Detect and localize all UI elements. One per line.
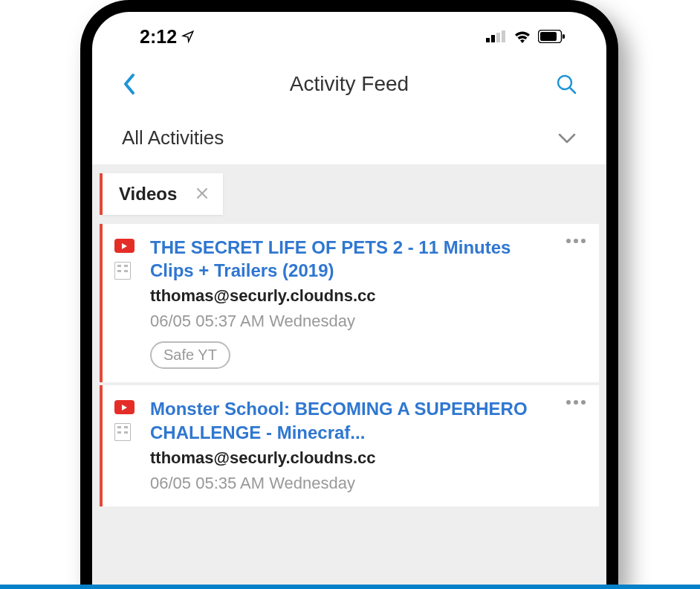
svg-rect-2 xyxy=(496,33,500,42)
more-button[interactable] xyxy=(566,400,586,405)
building-icon xyxy=(114,262,131,280)
feed-timestamp: 06/05 05:35 AM Wednesday xyxy=(150,474,556,493)
search-icon xyxy=(556,74,577,94)
more-button[interactable] xyxy=(566,239,586,243)
svg-line-8 xyxy=(570,88,575,93)
filter-dropdown[interactable]: All Activities xyxy=(92,115,606,164)
svg-rect-3 xyxy=(502,30,505,42)
svg-rect-6 xyxy=(563,34,565,39)
cellular-signal-icon xyxy=(486,30,507,42)
feed-tags: Safe YT xyxy=(150,341,556,369)
phone-screen: 2:12 xyxy=(92,12,606,589)
chip-label: Videos xyxy=(119,184,177,205)
status-time: 2:12 xyxy=(140,26,177,48)
filter-chip-videos[interactable]: Videos xyxy=(103,173,223,215)
chevron-down-icon xyxy=(557,132,577,144)
location-arrow-icon xyxy=(181,30,195,43)
feed-body: Monster School: BECOMING A SUPERHERO CHA… xyxy=(150,397,589,492)
chevron-left-icon xyxy=(122,72,137,96)
back-button[interactable] xyxy=(122,72,155,96)
feed-timestamp: 06/05 05:37 AM Wednesday xyxy=(150,312,556,331)
feed-body: THE SECRET LIFE OF PETS 2 - 11 Minutes C… xyxy=(150,236,589,369)
phone-frame: 2:12 xyxy=(80,0,618,589)
filter-label: All Activities xyxy=(122,126,224,149)
feed-title: Monster School: BECOMING A SUPERHERO CHA… xyxy=(150,397,556,443)
filter-chips: Videos xyxy=(100,173,599,224)
feed-email: tthomas@securly.cloudns.cc xyxy=(150,448,556,468)
svg-rect-1 xyxy=(491,35,495,42)
app-header: Activity Feed xyxy=(92,54,606,115)
feed-email: tthomas@securly.cloudns.cc xyxy=(150,286,556,306)
status-left: 2:12 xyxy=(140,26,195,48)
more-dots-icon xyxy=(566,239,571,243)
svg-rect-5 xyxy=(540,32,557,41)
chip-close-icon[interactable] xyxy=(196,184,208,204)
youtube-icon xyxy=(114,400,135,414)
feed-item[interactable]: THE SECRET LIFE OF PETS 2 - 11 Minutes C… xyxy=(100,224,599,382)
status-bar: 2:12 xyxy=(92,12,606,54)
status-right xyxy=(486,30,565,43)
feed-item[interactable]: Monster School: BECOMING A SUPERHERO CHA… xyxy=(100,385,599,506)
wifi-icon xyxy=(513,30,531,43)
more-dots-icon xyxy=(566,400,571,405)
bottom-accent-bar xyxy=(0,585,700,589)
building-icon xyxy=(114,423,131,441)
feed-icons xyxy=(114,397,150,492)
battery-icon xyxy=(538,30,565,43)
page-title: Activity Feed xyxy=(290,72,409,96)
feed-icons xyxy=(114,236,150,369)
youtube-icon xyxy=(114,239,135,253)
content-area: Videos THE SECRET LIFE OF PETS 2 xyxy=(92,164,606,589)
svg-rect-0 xyxy=(486,38,490,42)
tag-safe-yt: Safe YT xyxy=(150,341,230,369)
search-button[interactable] xyxy=(544,74,577,94)
chip-accent: Videos xyxy=(100,173,223,215)
feed-title: THE SECRET LIFE OF PETS 2 - 11 Minutes C… xyxy=(150,236,556,282)
